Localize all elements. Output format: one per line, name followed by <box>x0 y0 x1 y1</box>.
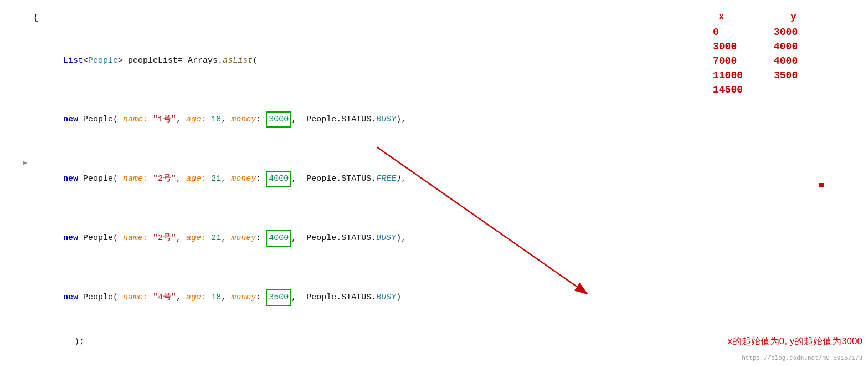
watermark: https://blog.csdn.net/m0_59157173 <box>742 355 862 361</box>
code-line-3: new People( name: "1号", age: 18, money: … <box>33 83 691 142</box>
table-header: x y <box>718 11 851 22</box>
row1-x: 3000 <box>713 41 752 52</box>
code-line-7: ); <box>33 320 691 363</box>
row1-y: 4000 <box>774 41 807 52</box>
table-row-2: 7000 4000 <box>713 55 851 67</box>
code-line-5: new People( name: "2号", age: 21, money: … <box>33 201 691 261</box>
col-y-header: y <box>790 11 824 22</box>
right-panel: x y 0 3000 3000 4000 7000 4000 11000 350… <box>691 0 868 367</box>
table-row-3: 11000 3500 <box>713 70 851 81</box>
fold-arrow: ▶ <box>23 158 27 169</box>
bottom-note: x的起始值为0, y的起始值为3000 <box>727 335 862 348</box>
row2-x: 7000 <box>713 55 752 67</box>
row0-y: 3000 <box>774 27 807 38</box>
table-row-0: 0 3000 <box>713 27 851 38</box>
row4-y <box>774 84 807 95</box>
code-panel: ▶ { List<People> peopleList= Arrays.asLi… <box>0 0 691 367</box>
code-line-1: { <box>33 11 691 26</box>
row4-x: 14500 <box>713 84 752 95</box>
red-square-decoration <box>819 183 824 187</box>
row2-y: 4000 <box>774 55 807 67</box>
code-line-4: new People( name: "2号", age: 21, money: … <box>33 142 691 201</box>
code-line-2: List<People> peopleList= Arrays.asList( <box>33 26 691 83</box>
code-line-6: new People( name: "4号", age: 18, money: … <box>33 261 691 320</box>
row3-x: 11000 <box>713 70 752 81</box>
table-row-4: 14500 <box>713 84 851 95</box>
row3-y: 3500 <box>774 70 807 81</box>
row0-x: 0 <box>713 27 752 38</box>
table-row-1: 3000 4000 <box>713 41 851 52</box>
code-line-blank <box>33 363 691 367</box>
col-x-header: x <box>718 11 757 22</box>
